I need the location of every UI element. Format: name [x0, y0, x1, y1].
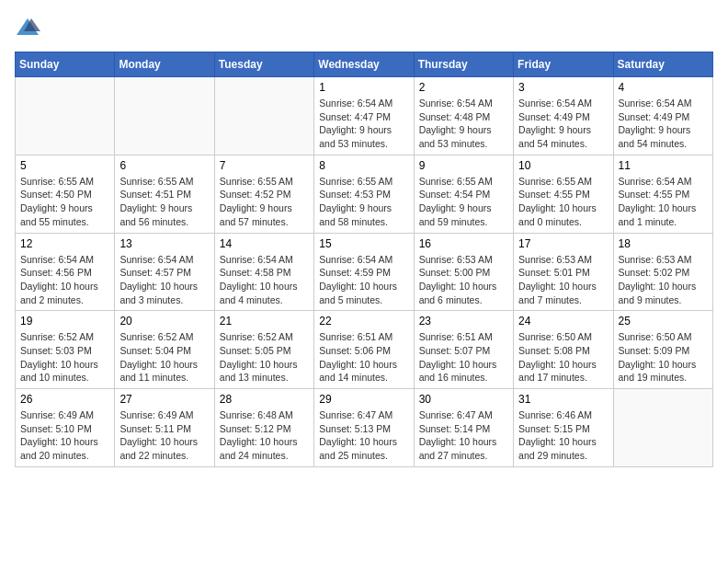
day-info: Sunrise: 6:54 AM Sunset: 4:59 PM Dayligh… — [319, 253, 408, 307]
day-info: Sunrise: 6:52 AM Sunset: 5:05 PM Dayligh… — [220, 330, 309, 385]
calendar-cell: 8Sunrise: 6:55 AM Sunset: 4:53 PM Daylig… — [314, 155, 414, 233]
day-number: 8 — [319, 159, 408, 172]
day-number: 6 — [119, 159, 209, 172]
calendar-cell: 26Sunrise: 6:49 AM Sunset: 5:10 PM Dayli… — [16, 389, 115, 467]
calendar-cell: 20Sunrise: 6:52 AM Sunset: 5:04 PM Dayli… — [115, 311, 214, 389]
day-info: Sunrise: 6:47 AM Sunset: 5:13 PM Dayligh… — [319, 408, 408, 463]
calendar-cell: 16Sunrise: 6:53 AM Sunset: 5:00 PM Dayli… — [414, 233, 513, 311]
day-info: Sunrise: 6:55 AM Sunset: 4:50 PM Dayligh… — [20, 175, 109, 229]
day-info: Sunrise: 6:55 AM Sunset: 4:51 PM Dayligh… — [119, 175, 209, 229]
calendar-cell: 22Sunrise: 6:51 AM Sunset: 5:06 PM Dayli… — [314, 311, 414, 389]
calendar-day-header: Thursday — [414, 52, 513, 77]
day-number: 28 — [220, 393, 309, 406]
calendar-day-header: Wednesday — [314, 52, 414, 77]
calendar-week-row: 12Sunrise: 6:54 AM Sunset: 4:56 PM Dayli… — [16, 233, 713, 311]
day-info: Sunrise: 6:54 AM Sunset: 4:49 PM Dayligh… — [518, 97, 608, 151]
calendar-day-header: Sunday — [16, 52, 115, 77]
day-number: 3 — [518, 81, 608, 94]
day-number: 26 — [20, 393, 109, 406]
day-info: Sunrise: 6:53 AM Sunset: 5:02 PM Dayligh… — [619, 253, 708, 307]
day-number: 27 — [119, 393, 209, 406]
calendar-cell — [214, 77, 313, 155]
day-number: 11 — [619, 159, 708, 172]
day-number: 18 — [619, 237, 708, 250]
calendar-day-header: Friday — [514, 52, 613, 77]
calendar-week-row: 26Sunrise: 6:49 AM Sunset: 5:10 PM Dayli… — [16, 389, 713, 467]
calendar-cell: 24Sunrise: 6:50 AM Sunset: 5:08 PM Dayli… — [514, 311, 613, 389]
day-number: 10 — [518, 159, 608, 172]
day-number: 9 — [419, 159, 508, 172]
calendar-cell: 13Sunrise: 6:54 AM Sunset: 4:57 PM Dayli… — [115, 233, 214, 311]
day-info: Sunrise: 6:55 AM Sunset: 4:53 PM Dayligh… — [319, 175, 408, 229]
day-info: Sunrise: 6:51 AM Sunset: 5:06 PM Dayligh… — [319, 330, 408, 385]
day-number: 14 — [220, 237, 309, 250]
logo — [15, 15, 44, 40]
day-info: Sunrise: 6:51 AM Sunset: 5:07 PM Dayligh… — [419, 330, 508, 385]
calendar-cell: 9Sunrise: 6:55 AM Sunset: 4:54 PM Daylig… — [414, 155, 513, 233]
day-number: 15 — [319, 237, 408, 250]
day-info: Sunrise: 6:53 AM Sunset: 5:01 PM Dayligh… — [518, 253, 608, 307]
day-info: Sunrise: 6:50 AM Sunset: 5:08 PM Dayligh… — [518, 330, 608, 385]
calendar-cell: 14Sunrise: 6:54 AM Sunset: 4:58 PM Dayli… — [214, 233, 313, 311]
day-number: 16 — [419, 237, 508, 250]
day-number: 2 — [419, 81, 508, 94]
calendar-cell: 17Sunrise: 6:53 AM Sunset: 5:01 PM Dayli… — [514, 233, 613, 311]
day-number: 31 — [518, 393, 608, 406]
day-number: 19 — [20, 315, 109, 327]
calendar-week-row: 19Sunrise: 6:52 AM Sunset: 5:03 PM Dayli… — [16, 311, 713, 389]
calendar-cell: 28Sunrise: 6:48 AM Sunset: 5:12 PM Dayli… — [214, 389, 313, 467]
day-info: Sunrise: 6:54 AM Sunset: 4:48 PM Dayligh… — [419, 97, 508, 151]
calendar-cell: 23Sunrise: 6:51 AM Sunset: 5:07 PM Dayli… — [414, 311, 513, 389]
calendar-day-header: Monday — [115, 52, 214, 77]
calendar-week-row: 5Sunrise: 6:55 AM Sunset: 4:50 PM Daylig… — [16, 155, 713, 233]
page-header — [15, 15, 713, 40]
day-info: Sunrise: 6:46 AM Sunset: 5:15 PM Dayligh… — [518, 408, 608, 463]
day-info: Sunrise: 6:52 AM Sunset: 5:04 PM Dayligh… — [119, 330, 209, 385]
day-info: Sunrise: 6:54 AM Sunset: 4:58 PM Dayligh… — [220, 253, 309, 307]
logo-icon — [15, 15, 40, 40]
calendar-cell — [16, 77, 115, 155]
calendar-cell: 31Sunrise: 6:46 AM Sunset: 5:15 PM Dayli… — [514, 389, 613, 467]
calendar-cell: 5Sunrise: 6:55 AM Sunset: 4:50 PM Daylig… — [16, 155, 115, 233]
calendar-day-header: Tuesday — [214, 52, 313, 77]
calendar-cell: 1Sunrise: 6:54 AM Sunset: 4:47 PM Daylig… — [314, 77, 414, 155]
calendar-cell: 10Sunrise: 6:55 AM Sunset: 4:55 PM Dayli… — [514, 155, 613, 233]
day-number: 29 — [319, 393, 408, 406]
calendar-cell: 21Sunrise: 6:52 AM Sunset: 5:05 PM Dayli… — [214, 311, 313, 389]
day-number: 4 — [619, 81, 708, 94]
calendar-cell: 15Sunrise: 6:54 AM Sunset: 4:59 PM Dayli… — [314, 233, 414, 311]
day-number: 24 — [518, 315, 608, 327]
day-info: Sunrise: 6:49 AM Sunset: 5:11 PM Dayligh… — [119, 408, 209, 463]
day-number: 30 — [419, 393, 508, 406]
day-number: 7 — [220, 159, 309, 172]
day-info: Sunrise: 6:52 AM Sunset: 5:03 PM Dayligh… — [20, 330, 109, 385]
day-number: 25 — [619, 315, 708, 327]
day-number: 1 — [319, 81, 408, 94]
day-info: Sunrise: 6:54 AM Sunset: 4:56 PM Dayligh… — [20, 253, 109, 307]
day-info: Sunrise: 6:55 AM Sunset: 4:55 PM Dayligh… — [518, 175, 608, 229]
day-info: Sunrise: 6:47 AM Sunset: 5:14 PM Dayligh… — [419, 408, 508, 463]
calendar-cell: 27Sunrise: 6:49 AM Sunset: 5:11 PM Dayli… — [115, 389, 214, 467]
calendar-cell: 25Sunrise: 6:50 AM Sunset: 5:09 PM Dayli… — [613, 311, 712, 389]
day-info: Sunrise: 6:55 AM Sunset: 4:54 PM Dayligh… — [419, 175, 508, 229]
day-info: Sunrise: 6:54 AM Sunset: 4:57 PM Dayligh… — [119, 253, 209, 307]
day-info: Sunrise: 6:50 AM Sunset: 5:09 PM Dayligh… — [619, 330, 708, 385]
day-number: 12 — [20, 237, 109, 250]
calendar-week-row: 1Sunrise: 6:54 AM Sunset: 4:47 PM Daylig… — [16, 77, 713, 155]
day-info: Sunrise: 6:54 AM Sunset: 4:55 PM Dayligh… — [619, 175, 708, 229]
calendar-cell: 3Sunrise: 6:54 AM Sunset: 4:49 PM Daylig… — [514, 77, 613, 155]
calendar-cell — [115, 77, 214, 155]
day-info: Sunrise: 6:54 AM Sunset: 4:49 PM Dayligh… — [619, 97, 708, 151]
calendar-table: SundayMondayTuesdayWednesdayThursdayFrid… — [15, 52, 713, 467]
calendar-cell: 4Sunrise: 6:54 AM Sunset: 4:49 PM Daylig… — [613, 77, 712, 155]
day-number: 22 — [319, 315, 408, 327]
calendar-cell: 6Sunrise: 6:55 AM Sunset: 4:51 PM Daylig… — [115, 155, 214, 233]
calendar-cell: 11Sunrise: 6:54 AM Sunset: 4:55 PM Dayli… — [613, 155, 712, 233]
calendar-day-header: Saturday — [613, 52, 712, 77]
day-number: 13 — [119, 237, 209, 250]
day-info: Sunrise: 6:48 AM Sunset: 5:12 PM Dayligh… — [220, 408, 309, 463]
day-info: Sunrise: 6:55 AM Sunset: 4:52 PM Dayligh… — [220, 175, 309, 229]
calendar-cell: 29Sunrise: 6:47 AM Sunset: 5:13 PM Dayli… — [314, 389, 414, 467]
day-info: Sunrise: 6:53 AM Sunset: 5:00 PM Dayligh… — [419, 253, 508, 307]
day-number: 23 — [419, 315, 508, 327]
